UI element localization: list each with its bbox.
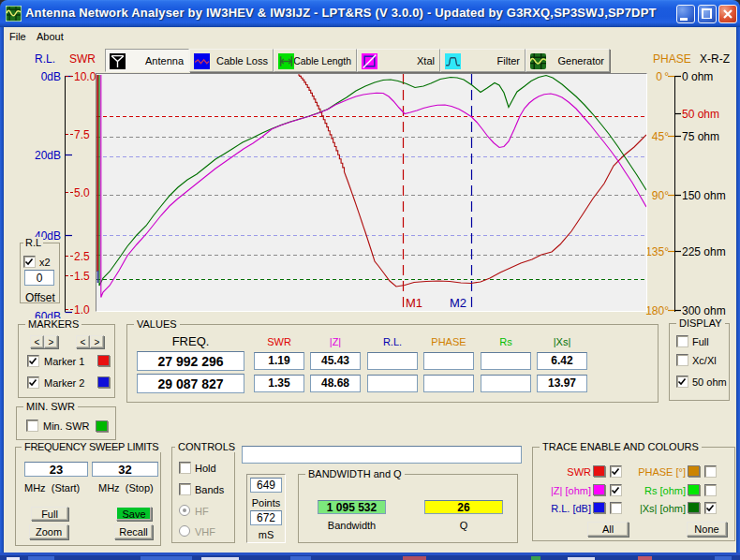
svg-text:M2: M2 <box>450 296 466 310</box>
svg-text:M1: M1 <box>406 296 422 310</box>
